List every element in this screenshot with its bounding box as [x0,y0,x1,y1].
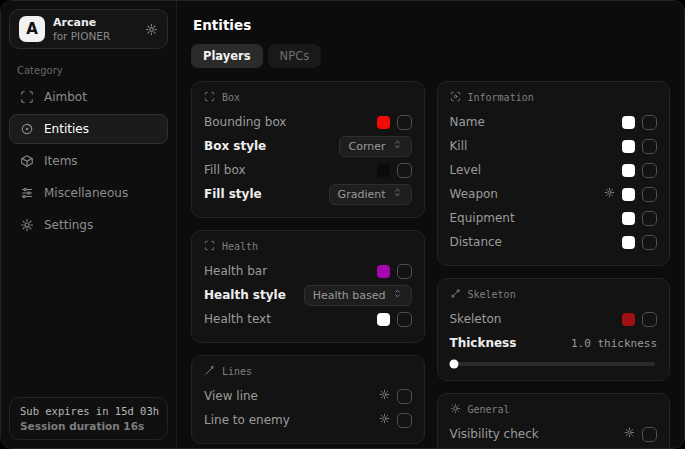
brand-card: A Arcane for PIONER [9,9,168,49]
chevrons-up-down-icon [392,187,403,201]
main-panel: Entities Players NPCs Box Bounding box [177,1,684,448]
gear-icon[interactable] [379,413,390,427]
card-title: Information [468,92,534,103]
checkbox[interactable] [642,235,657,250]
color-swatch[interactable] [377,116,390,129]
setting-row-fill-box: Fill box [204,158,412,182]
crosshair-scan-icon [20,90,34,104]
setting-row-box-style: Box style Corner [204,134,412,158]
thickness-slider[interactable] [452,362,656,366]
chevrons-up-down-icon [392,139,403,153]
card-title: Skeleton [468,289,516,300]
sidebar-item-settings[interactable]: Settings [9,210,168,240]
slider-thumb[interactable] [449,360,458,369]
setting-row-level: Level [450,158,658,182]
settings-gear-icon[interactable] [145,23,158,36]
sidebar-item-label: Items [44,154,78,168]
category-label: Category [17,65,168,76]
setting-row-fill-style: Fill style Gradient [204,182,412,206]
page-title: Entities [193,17,670,33]
color-swatch[interactable] [622,140,635,153]
card-title: Health [222,241,258,252]
app-subtitle: for PIONER [53,30,110,42]
sidebar-item-miscellaneous[interactable]: Miscellaneous [9,178,168,208]
radar-icon [20,122,34,136]
gear-icon[interactable] [379,389,390,403]
checkbox[interactable] [397,312,412,327]
checkbox[interactable] [642,312,657,327]
gear-icon[interactable] [624,427,635,441]
checkbox[interactable] [397,389,412,404]
checkbox[interactable] [397,413,412,428]
tab-bar: Players NPCs [191,44,670,68]
box-card: Box Bounding box Box style Corner [191,81,425,218]
information-card: Information Name Kill [437,81,671,266]
lines-card: Lines View line Line to enemy [191,355,425,444]
sliders-icon [20,186,34,200]
color-swatch[interactable] [622,212,635,225]
skeleton-card: Skeleton Skeleton Thickness 1.0 thicknes… [437,278,671,381]
gear-icon[interactable] [604,187,615,201]
card-title: Lines [222,366,252,377]
card-title: General [468,404,510,415]
setting-row-bounding-box: Bounding box [204,110,412,134]
setting-row-weapon: Weapon [450,182,658,206]
bone-icon [450,288,461,301]
fill-style-select[interactable]: Gradient [329,184,412,205]
setting-row-line-to-enemy: Line to enemy [204,408,412,432]
color-swatch[interactable] [377,265,390,278]
card-title: Box [222,92,240,103]
color-swatch[interactable] [622,164,635,177]
subscription-info-card: Sub expires in 15d 03h Session duration … [9,397,168,440]
sidebar-item-label: Entities [44,122,89,136]
gear-icon [20,218,34,232]
sub-expiry-text: Sub expires in 15d 03h [20,405,157,417]
setting-row-visibility-check: Visibility check [450,422,658,446]
sidebar-item-label: Settings [44,218,93,232]
color-swatch[interactable] [377,313,390,326]
tab-players[interactable]: Players [191,44,263,68]
setting-row-name: Name [450,110,658,134]
brackets-icon [204,240,215,253]
sidebar: A Arcane for PIONER Category Aimbot [1,1,177,448]
sidebar-item-aimbot[interactable]: Aimbot [9,82,168,112]
checkbox[interactable] [642,211,657,226]
setting-row-equipment: Equipment [450,206,658,230]
sidebar-item-entities[interactable]: Entities [9,114,168,144]
general-card: General Visibility check Max distance 50… [437,393,671,449]
checkbox[interactable] [642,187,657,202]
thickness-value: 1.0 thickness [571,337,657,350]
checkbox[interactable] [397,115,412,130]
checkbox[interactable] [397,264,412,279]
app-window: A Arcane for PIONER Category Aimbot [0,0,685,449]
color-swatch[interactable] [622,116,635,129]
setting-row-health-style: Health style Health based [204,283,412,307]
pencil-line-icon [204,365,215,378]
setting-row-health-text: Health text [204,307,412,331]
sidebar-item-items[interactable]: Items [9,146,168,176]
health-style-select[interactable]: Health based [304,285,412,306]
setting-row-thickness: Thickness 1.0 thickness [450,331,658,355]
tab-npcs[interactable]: NPCs [268,44,322,68]
health-card: Health Health bar Health style Health ba… [191,230,425,343]
setting-row-kill: Kill [450,134,658,158]
checkbox[interactable] [642,115,657,130]
color-swatch[interactable] [622,188,635,201]
checkbox[interactable] [642,163,657,178]
setting-row-view-line: View line [204,384,412,408]
sun-icon [450,403,461,416]
sidebar-item-label: Aimbot [44,90,87,104]
brackets-icon [204,91,215,104]
setting-row-health-bar: Health bar [204,259,412,283]
scan-eye-icon [450,91,461,104]
checkbox[interactable] [642,139,657,154]
session-duration-text: Session duration 16s [20,420,157,432]
checkbox[interactable] [397,163,412,178]
chevrons-up-down-icon [392,288,403,302]
color-swatch[interactable] [377,164,390,177]
checkbox[interactable] [642,427,657,442]
color-swatch[interactable] [622,236,635,249]
box-style-select[interactable]: Corner [339,136,411,157]
color-swatch[interactable] [622,313,635,326]
sidebar-item-label: Miscellaneous [44,186,128,200]
